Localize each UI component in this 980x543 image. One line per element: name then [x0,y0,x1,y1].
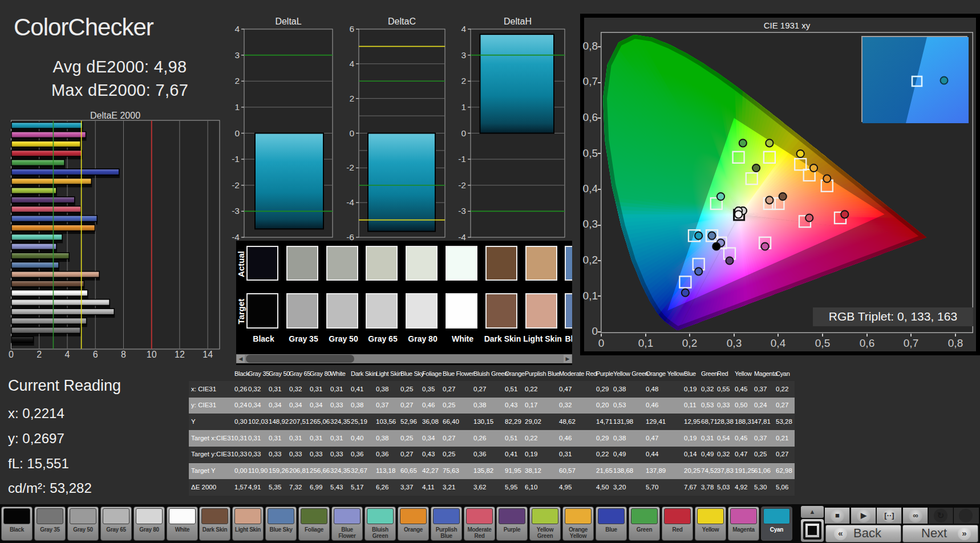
svg-text:3: 3 [234,50,240,60]
svg-text:0: 0 [234,128,240,138]
svg-text:DeltaH: DeltaH [504,17,532,26]
svg-text:12: 12 [175,350,185,359]
svg-text:6: 6 [93,350,98,359]
svg-text:1: 1 [461,102,466,112]
svg-text:1: 1 [234,102,240,112]
svg-text:DeltaC: DeltaC [388,17,416,26]
svg-text:10: 10 [147,350,157,359]
svg-text:-2: -2 [458,180,466,190]
svg-text:4: 4 [65,350,70,359]
svg-text:4: 4 [234,24,240,34]
svg-text:-2: -2 [346,163,354,172]
svg-text:0: 0 [9,350,14,359]
svg-text:2: 2 [461,76,466,86]
svg-text:2: 2 [37,350,42,359]
svg-text:8: 8 [121,350,126,359]
svg-text:6: 6 [349,24,354,34]
svg-text:DeltaL: DeltaL [275,17,301,26]
svg-text:-2: -2 [232,180,240,190]
svg-text:3: 3 [461,50,466,60]
svg-text:-4: -4 [346,197,354,207]
svg-text:4: 4 [461,24,466,34]
svg-text:-1: -1 [458,154,466,164]
svg-text:4: 4 [349,59,354,68]
svg-text:2: 2 [234,76,240,86]
svg-text:0: 0 [349,128,354,138]
svg-text:0: 0 [461,128,466,138]
svg-text:-3: -3 [232,206,240,216]
svg-text:14: 14 [203,350,213,359]
svg-text:-3: -3 [458,206,466,216]
svg-text:2: 2 [349,94,354,103]
svg-text:-1: -1 [232,154,240,164]
